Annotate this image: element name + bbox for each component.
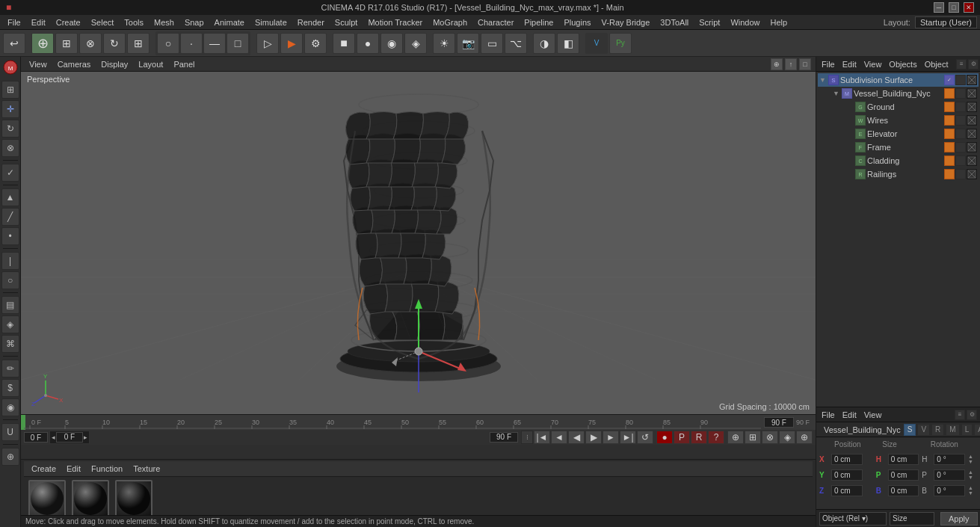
deformer-btn[interactable]: ⌥ [505, 33, 527, 54]
lt-rotate-btn[interactable]: ↻ [1, 120, 19, 138]
lt-axis-btn[interactable]: ⊕ [1, 448, 19, 466]
mat-menu-edit[interactable]: Edit [64, 463, 84, 475]
sphere-btn[interactable]: ● [357, 33, 379, 54]
obj-orange-dot-1[interactable] [944, 88, 955, 99]
menu-pipeline[interactable]: Pipeline [520, 16, 558, 28]
obj-item-cladding[interactable]: ▼ C Cladding [818, 154, 979, 167]
render-view-btn[interactable]: ▷ [256, 33, 279, 54]
tl-select-key-btn[interactable]: ⊗ [762, 431, 778, 444]
camera-btn[interactable]: 📷 [457, 33, 479, 54]
lt-check-btn[interactable]: ✓ [1, 164, 19, 182]
obj-check-1b[interactable] [967, 75, 977, 85]
menu-render[interactable]: Render [293, 16, 329, 28]
lt-select-btn[interactable]: ⊞ [1, 81, 19, 99]
render-btn[interactable]: ▶ [280, 33, 303, 54]
tl-record-btn[interactable]: ● [656, 431, 673, 444]
polygon-btn[interactable]: ◈ [404, 33, 427, 54]
menu-file[interactable]: File [3, 16, 25, 28]
menu-create[interactable]: Create [52, 16, 85, 28]
attr-field-py[interactable]: 0 cm [831, 469, 863, 481]
poly-mode-btn[interactable]: □ [226, 33, 249, 54]
light-btn[interactable]: ☀ [433, 33, 455, 54]
render-settings-btn[interactable]: ⚙ [304, 33, 327, 54]
maximize-button[interactable]: □ [949, 2, 959, 13]
obj-menu-file[interactable]: File [819, 59, 837, 70]
attr-menu-edit[interactable]: Edit [840, 410, 859, 420]
attr-menu-file[interactable]: File [819, 410, 837, 420]
tl-jump-end-btn[interactable]: ►| [620, 431, 636, 444]
vp-camera-icon[interactable]: ↑ [785, 58, 797, 70]
attr-tab-s[interactable]: S [904, 424, 916, 436]
tl-record-scale-btn[interactable]: ? [708, 431, 724, 444]
menu-character[interactable]: Character [473, 16, 518, 28]
obj-check-1a[interactable] [955, 75, 966, 85]
floor-btn[interactable]: ▭ [481, 33, 503, 54]
obj-orange-dot-3[interactable] [944, 102, 955, 112]
obj-item-frame[interactable]: ▼ F Frame [818, 141, 979, 154]
obj-icon-btn1[interactable]: ≡ [956, 59, 967, 70]
attr-field-rb[interactable]: 0 ° [934, 485, 965, 496]
obj-check-4b[interactable] [967, 115, 977, 126]
scale-tool-button[interactable]: ⊗ [79, 33, 102, 54]
obj-check-2b[interactable] [967, 88, 977, 99]
edges-mode-btn[interactable]: — [203, 33, 226, 54]
rotate-tool-button[interactable]: ↻ [103, 33, 126, 54]
lt-paint-btn[interactable]: ✏ [1, 360, 19, 377]
tl-record-pos-btn[interactable]: P [674, 431, 690, 444]
obj-item-elevator[interactable]: ▼ E Elevator [818, 127, 979, 141]
vp-menu-view[interactable]: View [25, 58, 51, 70]
object-mode-btn[interactable]: ○ [157, 33, 179, 54]
attr-field-rh[interactable]: 0 ° [934, 454, 965, 465]
lt-knife-btn[interactable]: | [1, 252, 19, 270]
material-btn[interactable]: ◑ [533, 33, 555, 54]
obj-menu-objects[interactable]: Objects [887, 59, 919, 70]
obj-check-3a[interactable] [955, 102, 966, 112]
obj-check-3b[interactable] [967, 102, 977, 112]
lt-point-btn[interactable]: • [1, 227, 19, 245]
attr-menu-view[interactable]: View [862, 410, 884, 420]
vp-menu-panel[interactable]: Panel [170, 58, 198, 70]
lt-scale-btn[interactable]: ⊗ [1, 139, 19, 157]
obj-check-6b[interactable] [967, 142, 977, 152]
cube-btn[interactable]: ■ [333, 33, 355, 54]
lt-extrude-btn[interactable]: ▤ [1, 296, 19, 314]
attr-coord-mode-dropdown[interactable]: Object (Rel ▾) [819, 512, 887, 526]
attr-spin-rb[interactable]: ▲ ▼ [968, 485, 977, 496]
tl-play-back-btn[interactable]: ◀ [568, 431, 585, 444]
lt-polygon-btn[interactable]: ▲ [1, 188, 19, 206]
menu-snap[interactable]: Snap [180, 16, 209, 28]
menu-tools[interactable]: Tools [120, 16, 148, 28]
menu-select[interactable]: Select [87, 16, 119, 28]
obj-menu-object[interactable]: Object [922, 59, 951, 70]
obj-check-2a[interactable] [955, 88, 966, 99]
menu-3dtoall[interactable]: 3DToAll [656, 16, 693, 28]
obj-orange-dot-8[interactable] [944, 169, 955, 179]
move-tool-button[interactable]: ⊕ [31, 33, 54, 54]
menu-mesh[interactable]: Mesh [150, 16, 179, 28]
attr-spin-rh[interactable]: ▲ ▼ [968, 454, 977, 464]
obj-check-5a[interactable] [955, 129, 966, 139]
obj-orange-dot-6[interactable] [944, 142, 955, 152]
attr-field-sz[interactable]: 0 cm [888, 485, 919, 496]
timeline-frame-field-right[interactable]: 90 F [764, 417, 794, 428]
vp-menu-layout[interactable]: Layout [135, 58, 167, 70]
minimize-button[interactable]: ─ [934, 2, 944, 13]
obj-check-6a[interactable] [955, 142, 966, 152]
obj-orange-dot-4[interactable] [944, 115, 955, 126]
menu-animate[interactable]: Animate [210, 16, 249, 28]
attr-field-sy[interactable]: 0 cm [888, 469, 919, 481]
lt-edge-btn[interactable]: ╱ [1, 208, 19, 226]
undo-button[interactable]: ↩ [3, 33, 25, 54]
points-mode-btn[interactable]: · [180, 33, 203, 54]
menu-vray-bridge[interactable]: V-Ray Bridge [597, 16, 655, 28]
attr-spin-rp[interactable]: ▲ ▼ [968, 469, 977, 480]
nurbs-btn[interactable]: ◉ [380, 33, 403, 54]
obj-check-4a[interactable] [955, 115, 966, 126]
attr-field-rp[interactable]: 0 ° [934, 469, 965, 481]
lt-stamp-btn[interactable]: $ [1, 379, 19, 397]
attr-field-sx[interactable]: 0 cm [888, 454, 919, 465]
obj-item-ground[interactable]: ▼ G Ground [818, 100, 979, 114]
lt-sculpt-btn[interactable]: ◉ [1, 398, 19, 416]
close-button[interactable]: ✕ [964, 2, 974, 13]
lt-bevel-btn[interactable]: ◈ [1, 315, 19, 333]
